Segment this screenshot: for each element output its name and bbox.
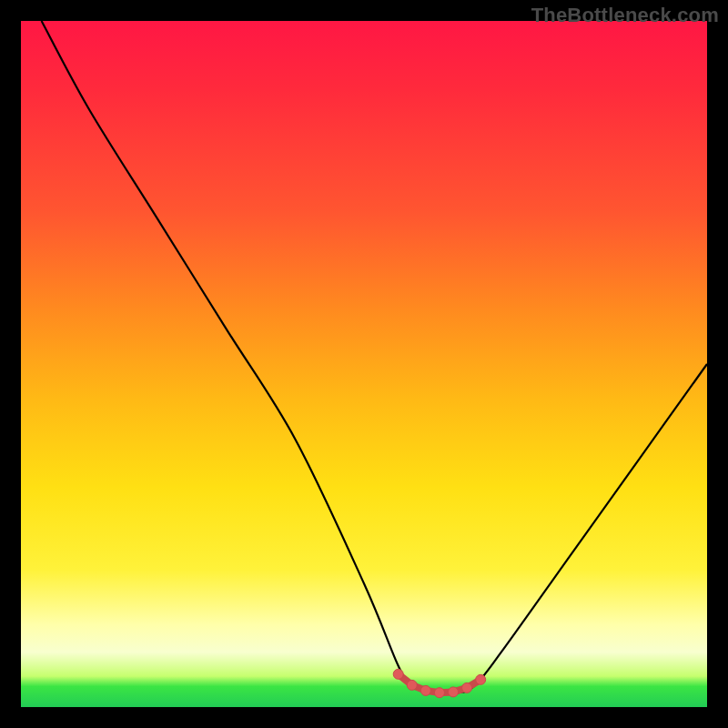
optimal-range-markers [393, 669, 485, 697]
bottleneck-curve [42, 21, 707, 694]
watermark-text: TheBottleneck.com [531, 4, 719, 27]
optimal-range-dot [449, 687, 459, 697]
optimal-range-dot [476, 674, 486, 684]
chart-frame: TheBottleneck.com [0, 0, 728, 728]
optimal-range-dot [420, 685, 430, 695]
optimal-range-dot [434, 688, 444, 698]
plot-area [21, 21, 707, 707]
optimal-range-dot [462, 682, 472, 693]
optimal-range-dot [393, 669, 403, 679]
curve-layer [21, 21, 707, 707]
optimal-range-dot [407, 680, 417, 690]
